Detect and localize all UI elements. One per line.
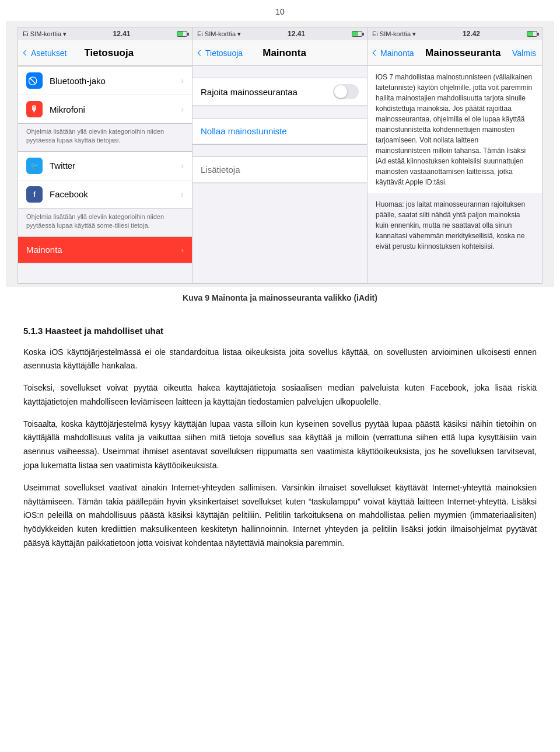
screen1-time: 12.41	[113, 30, 130, 38]
facebook-icon-wrap: f	[26, 186, 43, 203]
screen2-nav-bar: Tietosuoja Mainonta	[192, 40, 367, 66]
screen3-back-button[interactable]: Mainonta	[373, 48, 414, 58]
screen3-valmis-button[interactable]: Valmis	[512, 48, 536, 58]
screen3-text2: Huomaa: jos laitat mainosseurannan rajoi…	[368, 193, 542, 257]
screen1-mic-label: Mikrofoni	[50, 105, 181, 114]
screen1-carrier: Ei SIM-korttia	[23, 30, 61, 37]
screen1-twitter-label: Twitter	[50, 161, 181, 170]
screen2-title: Mainonta	[262, 47, 306, 59]
screenshots-container: Ei SIM-korttia ▾ 12.41 Asetukset Tietosu…	[6, 21, 554, 287]
screen1-note2: Ohjelmia lisätään yllä oleviin kategorio…	[18, 209, 192, 236]
screen1-row-facebook[interactable]: f Facebook ›	[18, 180, 192, 208]
screen3-nav-bar: Mainonta Mainosseuranta Valmis	[368, 40, 542, 66]
screen1-battery-icon	[177, 31, 187, 37]
screen2-actions-group: Nollaa mainostunniste	[192, 118, 367, 145]
screen3-status-bar: Ei SIM-korttia ▾ 12.42	[368, 27, 542, 40]
screen3-back-chevron	[373, 50, 379, 56]
screen1-mic-chevron: ›	[181, 105, 184, 114]
screen2-action2-label: Lisätietoja	[201, 165, 240, 175]
screen1-status-bar: Ei SIM-korttia ▾ 12.41	[18, 27, 192, 40]
screen1-tietosuoja: Ei SIM-korttia ▾ 12.41 Asetukset Tietosu…	[18, 27, 192, 284]
screen2-action1-label: Nollaa mainostunniste	[201, 126, 287, 136]
paragraph-4: Useimmat sovellukset vaativat ainakin In…	[23, 481, 537, 551]
screen2-back-button[interactable]: Tietosuoja	[198, 48, 243, 58]
screen3-text1: iOS 7 mahdollistaa mainostunnisteen (väl…	[368, 66, 542, 193]
screen1-twitter-chevron: ›	[181, 161, 184, 170]
screen3-back-label: Mainonta	[380, 48, 414, 58]
screen1-note1: Ohjelmia lisätään yllä oleviin kategorio…	[18, 124, 192, 151]
screen2-settings-list: Rajoita mainosseurantaa Nollaa mainostun…	[192, 78, 367, 183]
paragraph-3: Toisaalta, koska käyttöjärjestelmä kysyy…	[23, 417, 537, 473]
screen2-back-chevron	[198, 50, 204, 56]
screen2-toggle-row[interactable]: Rajoita mainosseurantaa	[192, 78, 367, 106]
screen2-toggle-switch[interactable]	[333, 84, 359, 99]
screen2-status-bar: Ei SIM-korttia ▾ 12.41	[192, 27, 367, 40]
paragraph-2: Toiseksi, sovellukset voivat pyytää oike…	[23, 381, 537, 409]
screen2-lisatietoja-group: Lisätietoja	[192, 156, 367, 183]
screen2-wifi-icon: ▾	[237, 30, 241, 38]
facebook-icon: f	[33, 190, 36, 199]
screen1-back-button[interactable]: Asetukset	[24, 48, 66, 58]
screen3-mainosseuranta: Ei SIM-korttia ▾ 12.42 Mainonta Mainosse…	[368, 27, 542, 284]
screen2-toggle-label: Rajoita mainosseurantaa	[201, 87, 333, 97]
screen1-mainonta-label: Mainonta	[26, 245, 181, 255]
screen3-carrier: Ei SIM-korttia	[372, 30, 411, 37]
screen2-time: 12.41	[288, 30, 305, 38]
screen2-toggle-knob	[334, 85, 347, 98]
bluetooth-icon-wrap: ⃠	[26, 72, 43, 89]
screen1-row-mainonta[interactable]: Mainonta ›	[18, 237, 192, 263]
screen1-mainonta-chevron: ›	[181, 245, 184, 255]
screen2-carrier: Ei SIM-korttia	[197, 30, 236, 37]
screen1-nav-bar: Asetukset Tietosuoja	[18, 40, 192, 66]
mic-icon: 🎙	[30, 105, 38, 114]
page-number: 10	[0, 0, 560, 21]
screen1-row-mikrofoni[interactable]: 🎙 Mikrofoni ›	[18, 95, 192, 123]
screen2-back-label: Tietosuoja	[205, 48, 243, 58]
twitter-icon: 🐦	[30, 162, 39, 170]
screen2-toggle-section: Rajoita mainosseurantaa	[192, 78, 367, 106]
screen3-title: Mainosseuranta	[425, 47, 501, 59]
screen2-toggle-group: Rajoita mainosseurantaa	[192, 78, 367, 106]
main-content: 5.1.3 Haasteet ja mahdolliset uhat Koska…	[0, 312, 560, 570]
screen1-title: Tietosuoja	[84, 47, 134, 59]
screen2-mainonta: Ei SIM-korttia ▾ 12.41 Tietosuoja Mainon…	[192, 27, 368, 284]
screen1-facebook-chevron: ›	[181, 190, 184, 199]
screen1-bluetooth-label: Bluetooth-jako	[50, 76, 181, 86]
figure-caption: Kuva 9 Mainonta ja mainosseuranta valikk…	[0, 287, 560, 312]
screen1-back-chevron	[23, 50, 29, 56]
twitter-icon-wrap: 🐦	[26, 158, 43, 174]
screen1-group2: 🐦 Twitter › f Facebook ›	[18, 151, 192, 209]
screen2-battery-icon	[352, 31, 362, 37]
section-heading: 5.1.3 Haasteet ja mahdolliset uhat	[23, 323, 537, 339]
screen1-facebook-label: Facebook	[50, 189, 181, 199]
screen1-settings-list: ⃠ Bluetooth-jako › 🎙 Mikrofoni › Ohjelmi…	[18, 66, 192, 263]
mic-icon-wrap: 🎙	[26, 101, 43, 117]
screen1-wifi-icon: ▾	[63, 30, 66, 38]
screen2-actions-section: Nollaa mainostunniste	[192, 118, 367, 145]
screen3-wifi-icon: ▾	[412, 30, 416, 38]
screen2-lisatietoja-section: Lisätietoja	[192, 156, 367, 183]
paragraph-1: Koska iOS käyttöjärjestelmässä ei ole st…	[23, 346, 537, 374]
screen3-time: 12.42	[463, 30, 480, 38]
screen1-group3: Mainonta ›	[18, 236, 192, 263]
screen1-group1: ⃠ Bluetooth-jako › 🎙 Mikrofoni ›	[18, 66, 192, 124]
screen2-action1-row[interactable]: Nollaa mainostunniste	[192, 119, 367, 144]
screen2-action2-row[interactable]: Lisätietoja	[192, 157, 367, 183]
screen1-bluetooth-chevron: ›	[181, 76, 184, 85]
screen3-battery-icon	[527, 31, 537, 37]
screen1-back-label: Asetukset	[31, 48, 66, 58]
screen1-row-bluetooth[interactable]: ⃠ Bluetooth-jako ›	[18, 67, 192, 95]
screen1-row-twitter[interactable]: 🐦 Twitter ›	[18, 152, 192, 180]
